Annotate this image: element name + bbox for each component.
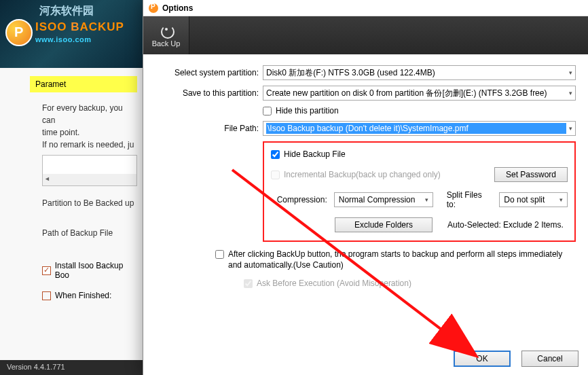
label-partition: Partition to Be Backed up: [42, 198, 137, 208]
highlighted-options-group: Hide Backup File Incremental Backup(back…: [263, 141, 576, 242]
checkbox-input: [271, 171, 280, 179]
desc-text: For every backup, you can time point. If…: [42, 102, 137, 151]
split-dropdown[interactable]: Do not split ▾: [499, 192, 568, 207]
chevron-down-icon: ▾: [569, 90, 572, 96]
save-partition-dropdown[interactable]: Create new partition on disk 0 from part…: [263, 86, 576, 101]
dialog-titlebar: Options: [143, 0, 588, 16]
install-label: Install Isoo Backup Boo: [55, 261, 137, 280]
split-value: Do not split: [504, 195, 545, 204]
hide-backup-file-label: Hide Backup File: [284, 149, 346, 159]
auto-backup-label: After clicking BackUp button, the progra…: [228, 249, 574, 270]
parameters-header: Paramet: [30, 76, 137, 92]
hide-partition-label: Hide this partition: [276, 106, 339, 115]
app-logo-icon: [5, 19, 33, 46]
chevron-down-icon: ▾: [559, 196, 563, 203]
chevron-down-icon: ▾: [425, 196, 428, 203]
remark-listbox[interactable]: [42, 155, 137, 186]
app-icon: [149, 3, 158, 13]
checkbox-icon[interactable]: [42, 266, 51, 275]
compression-value: Normal Compression: [339, 195, 416, 204]
app-body-bg: Paramet For every backup, you can time p…: [0, 68, 143, 360]
install-check[interactable]: Install Isoo Backup Boo: [42, 261, 137, 280]
checkbox-input[interactable]: [215, 250, 224, 259]
when-finished-check[interactable]: When Finished:: [42, 291, 137, 300]
ask-before-execution-checkbox: Ask Before Execution (Avoid Misoperation…: [244, 279, 576, 288]
save-partition-value: Create new partition on disk 0 from part…: [266, 88, 547, 99]
label-compression: Compression:: [271, 195, 327, 204]
when-label: When Finished:: [55, 291, 111, 300]
select-partition-dropdown[interactable]: Disk0 新加卷(F:) NTFS 3.0GB (used 122.4MB) …: [263, 65, 576, 80]
checkbox-icon[interactable]: [42, 291, 51, 300]
ask-before-label: Ask Before Execution (Avoid Misoperation…: [257, 279, 411, 288]
hide-partition-checkbox[interactable]: Hide this partition: [263, 106, 339, 115]
dialog-footer: OK Cancel: [454, 351, 578, 367]
exclude-folders-button[interactable]: Exclude Folders: [335, 217, 433, 232]
ok-button[interactable]: OK: [454, 351, 511, 367]
brand-title: ISOO BACKUP: [35, 20, 124, 34]
select-partition-value: Disk0 新加卷(F:) NTFS 3.0GB (used 122.4MB): [266, 67, 435, 79]
hide-backup-file-checkbox[interactable]: Hide Backup File: [271, 149, 568, 159]
options-form: Select system partition: Disk0 新加卷(F:) N…: [143, 54, 588, 288]
chevron-down-icon: ▾: [569, 69, 572, 76]
checkbox-input[interactable]: [263, 107, 272, 115]
filepath-value: \Isoo Backup backup (Don't delete it)\Sy…: [266, 123, 566, 134]
incremental-backup-checkbox: Incremental Backup(back up changed only): [271, 170, 441, 179]
tab-label: Back Up: [152, 39, 181, 48]
tab-strip: Back Up: [143, 16, 588, 54]
brand-cn: 河东软件园: [39, 4, 94, 18]
label-path: Path of Backup File: [42, 228, 137, 238]
checkbox-input[interactable]: [271, 150, 280, 159]
chevron-down-icon: ▾: [569, 125, 572, 132]
backup-icon: [159, 24, 174, 37]
label-save-partition: Save to this partition:: [155, 88, 263, 98]
checkbox-input: [244, 279, 253, 288]
app-header: 河东软件园 ISOO BACKUP www.isoo.com: [0, 0, 143, 68]
compression-dropdown[interactable]: Normal Compression ▾: [334, 192, 433, 207]
label-split: Split Files to:: [447, 190, 493, 209]
set-password-button[interactable]: Set Password: [494, 167, 568, 182]
cancel-button[interactable]: Cancel: [521, 351, 578, 367]
scrollbar[interactable]: [43, 174, 136, 185]
app-footer: Version 4.4.1.771: [0, 360, 143, 375]
dialog-title: Options: [162, 3, 193, 13]
filepath-combo[interactable]: \Isoo Backup backup (Don't delete it)\Sy…: [263, 121, 576, 136]
tab-backup[interactable]: Back Up: [143, 16, 189, 54]
label-filepath: File Path:: [155, 124, 263, 133]
incremental-label: Incremental Backup(back up changed only): [284, 170, 441, 179]
brand-url: www.isoo.com: [35, 35, 92, 43]
auto-backup-checkbox[interactable]: After clicking BackUp button, the progra…: [215, 249, 576, 270]
auto-selected-text: Auto-Selected: Exclude 2 Items.: [447, 220, 564, 230]
options-dialog: Options Back Up Select system partition:…: [143, 0, 588, 375]
label-select-partition: Select system partition:: [155, 68, 263, 77]
